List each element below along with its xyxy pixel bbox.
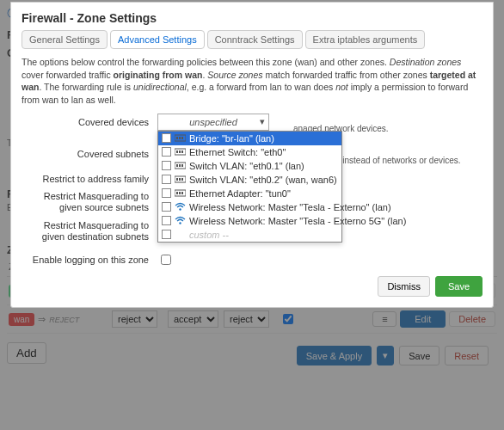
covered-devices-dropdown: Bridge: "br-lan" (lan)Ethernet Switch: "… xyxy=(157,131,342,243)
svg-rect-6 xyxy=(179,150,181,153)
dropdown-item-label: Wireless Network: Master "Tesla - Extern… xyxy=(189,216,406,226)
label-logging: Enable logging on this zone xyxy=(22,255,157,265)
dropdown-checkbox[interactable] xyxy=(162,216,171,225)
svg-rect-5 xyxy=(176,150,178,153)
svg-rect-11 xyxy=(181,164,183,167)
dropdown-item-label: Ethernet Switch: "eth0" xyxy=(189,147,286,157)
modal-title: Firewall - Zone Settings xyxy=(22,11,482,25)
dropdown-checkbox[interactable] xyxy=(162,202,171,212)
wifi-icon xyxy=(175,202,186,212)
svg-rect-15 xyxy=(181,178,183,181)
svg-rect-9 xyxy=(176,164,178,167)
svg-rect-19 xyxy=(181,192,183,194)
label-restrict-family: Restrict to address family xyxy=(22,174,157,184)
svg-rect-13 xyxy=(176,178,178,181)
label-covered-subnets: Covered subnets xyxy=(22,149,157,159)
svg-rect-14 xyxy=(179,178,181,181)
save-button[interactable]: Save xyxy=(435,276,482,297)
covered-devices-select[interactable]: unspecified xyxy=(157,114,269,131)
svg-rect-2 xyxy=(179,137,181,139)
dropdown-checkbox[interactable] xyxy=(162,188,171,198)
dropdown-checkbox[interactable] xyxy=(162,175,171,184)
label-restrict-src: Restrict Masquerading to given source su… xyxy=(22,191,157,213)
svg-rect-3 xyxy=(181,137,183,139)
dropdown-checkbox[interactable] xyxy=(162,147,171,157)
ethernet-icon xyxy=(175,147,186,157)
dismiss-button[interactable]: Dismiss xyxy=(378,276,430,297)
tab-general-settings[interactable]: General Settings xyxy=(22,30,108,49)
dropdown-item[interactable]: Wireless Network: Master "Tesla - Extern… xyxy=(158,200,341,214)
tab-conntrack-settings[interactable]: Conntrack Settings xyxy=(207,30,303,49)
label-restrict-dst: Restrict Masquerading to given destinati… xyxy=(22,220,157,243)
dropdown-item[interactable]: Bridge: "br-lan" (lan) xyxy=(158,132,341,145)
svg-point-21 xyxy=(179,223,181,224)
dropdown-item[interactable]: Ethernet Switch: "eth0" xyxy=(158,145,341,159)
dropdown-checkbox[interactable] xyxy=(162,161,171,170)
ethernet-icon xyxy=(175,188,186,198)
svg-rect-18 xyxy=(179,192,181,194)
svg-rect-17 xyxy=(176,192,178,194)
tab-bar: General SettingsAdvanced SettingsConntra… xyxy=(22,30,482,49)
dropdown-item-label: Switch VLAN: "eth0.1" (lan) xyxy=(189,161,304,171)
dropdown-item[interactable]: Ethernet Adapter: "tun0" xyxy=(158,187,341,200)
blank-icon xyxy=(175,230,186,239)
ethernet-icon xyxy=(175,133,186,143)
svg-point-20 xyxy=(179,209,181,211)
label-covered-devices: Covered devices xyxy=(22,117,157,127)
dropdown-item[interactable]: Switch VLAN: "eth0.1" (lan) xyxy=(158,159,341,173)
modal-description: The options below control the forwarding… xyxy=(22,56,482,107)
ethernet-icon xyxy=(175,161,186,170)
svg-rect-1 xyxy=(176,137,178,139)
dropdown-item-label: Ethernet Adapter: "tun0" xyxy=(189,188,291,199)
tab-extra-iptables-arguments[interactable]: Extra iptables arguments xyxy=(305,30,426,49)
dropdown-item-label: Wireless Network: Master "Tesla - Extern… xyxy=(189,202,391,212)
dropdown-item[interactable]: Wireless Network: Master "Tesla - Extern… xyxy=(158,214,341,228)
dropdown-checkbox[interactable] xyxy=(162,133,171,143)
modal-zone-settings: Firewall - Zone Settings General Setting… xyxy=(10,2,494,308)
dropdown-item-label: Bridge: "br-lan" (lan) xyxy=(189,133,274,144)
wifi-icon xyxy=(175,216,186,225)
dropdown-item-label: Switch VLAN: "eth0.2" (wan, wan6) xyxy=(189,175,337,185)
dropdown-item[interactable]: custom -- xyxy=(158,228,341,242)
ethernet-icon xyxy=(175,175,186,184)
dropdown-item-label: custom -- xyxy=(189,230,229,240)
svg-rect-10 xyxy=(179,164,181,167)
tab-advanced-settings[interactable]: Advanced Settings xyxy=(110,30,205,49)
svg-rect-7 xyxy=(181,150,183,153)
dropdown-item[interactable]: Switch VLAN: "eth0.2" (wan, wan6) xyxy=(158,173,341,187)
logging-checkbox[interactable] xyxy=(161,255,171,265)
dropdown-checkbox[interactable] xyxy=(162,230,171,239)
